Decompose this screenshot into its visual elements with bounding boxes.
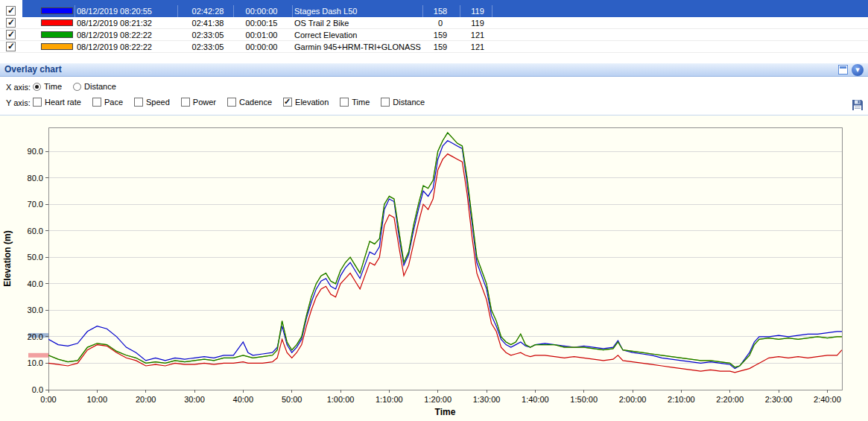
- option-label: Time: [44, 82, 62, 91]
- row-name: Garmin 945+HRM-TRI+GLONASS: [294, 41, 428, 53]
- x-tick-label: 1:10:00: [376, 395, 403, 404]
- column-separator: [75, 5, 75, 17]
- row-datetime: 08/12/2019 08:21:32: [77, 17, 181, 29]
- option-label: Time: [352, 98, 370, 107]
- checkbox-column: [0, 29, 22, 40]
- checkbox[interactable]: [227, 98, 236, 107]
- checkbox-column: [0, 17, 22, 28]
- option-label: Pace: [104, 98, 123, 107]
- checkbox[interactable]: [134, 98, 143, 107]
- x-axis-option-distance[interactable]: Distance: [73, 82, 116, 91]
- row-offset: 00:00:00: [235, 5, 288, 17]
- checkbox[interactable]: [340, 98, 349, 107]
- overlay-chart-area: 0:0010:0020:0030:0040:0050:001:00:001:10…: [0, 115, 868, 421]
- row-name: Correct Elevation: [294, 29, 428, 41]
- y-tick-label: 90.0: [28, 147, 43, 156]
- row-value-1: 159: [425, 29, 456, 41]
- x-tick-label: 0:00: [40, 395, 56, 404]
- checkbox-column: [0, 41, 22, 52]
- collapse-chart-button[interactable]: ▾: [852, 64, 864, 76]
- x-tick-label: 1:20:00: [424, 395, 452, 404]
- table-row[interactable]: 08/12/2019 08:20:55 02:42:28 00:00:00 St…: [0, 5, 868, 17]
- series-color-swatch: [41, 7, 73, 14]
- column-separator: [292, 5, 293, 17]
- row-value-1: 0: [425, 17, 456, 29]
- column-separator: [233, 5, 234, 17]
- radio-button[interactable]: [73, 83, 81, 91]
- floppy-disk-icon: [852, 99, 864, 111]
- row-name: OS Trail 2 Bike: [294, 17, 428, 29]
- x-tick-label: 10:00: [87, 395, 108, 404]
- y-axis-option-pace[interactable]: Pace: [92, 98, 123, 107]
- x-tick-label: 2:10:00: [668, 395, 695, 404]
- row-duration: 02:42:28: [179, 5, 237, 17]
- checkbox[interactable]: [381, 98, 390, 107]
- table-row[interactable]: 08/12/2019 08:22:22 02:33:05 00:00:00 Ga…: [0, 41, 868, 53]
- cutoff-row-selection: [22, 0, 868, 5]
- x-tick-label: 1:30:00: [473, 395, 501, 404]
- x-tick-label: 1:00:00: [327, 395, 355, 404]
- y-axis-title: Elevation (m): [2, 230, 13, 286]
- radio-button[interactable]: [33, 83, 41, 91]
- checkbox-column: [0, 5, 22, 17]
- checkbox[interactable]: [92, 98, 101, 107]
- column-separator: [177, 5, 178, 17]
- y-axis-option-speed[interactable]: Speed: [134, 98, 170, 107]
- x-tick-label: 2:30:00: [765, 395, 793, 404]
- option-label: Heart rate: [45, 98, 81, 107]
- y-tick-label: 0.0: [32, 385, 43, 394]
- row-value-2: 121: [462, 29, 493, 41]
- row-datetime: 08/12/2019 08:22:22: [77, 41, 181, 53]
- column-separator: [422, 5, 423, 17]
- x-tick-label: 20:00: [136, 395, 156, 404]
- row-duration: 02:33:05: [179, 29, 237, 41]
- chart-window-button[interactable]: [838, 65, 848, 75]
- save-chart-button[interactable]: [852, 99, 864, 111]
- row-offset: 00:00:15: [235, 17, 288, 29]
- row-duration: 02:41:38: [179, 17, 237, 29]
- checkbox[interactable]: [181, 98, 190, 107]
- y-tick-label: 80.0: [28, 174, 43, 183]
- row-offset: 00:00:00: [235, 41, 288, 53]
- y-axis-option-elevation[interactable]: Elevation: [283, 98, 329, 107]
- series-color-swatch: [41, 19, 73, 26]
- series-color-swatch: [41, 31, 73, 38]
- row-offset: 00:01:00: [235, 29, 288, 41]
- y-tick-label: 40.0: [28, 279, 43, 288]
- y-axis-option-distance[interactable]: Distance: [381, 98, 425, 107]
- row-datetime: 08/12/2019 08:22:22: [77, 29, 181, 41]
- option-label: Power: [193, 98, 216, 107]
- table-row[interactable]: 08/12/2019 08:21:32 02:41:38 00:00:15 OS…: [0, 17, 868, 29]
- x-tick-label: 1:50:00: [570, 395, 598, 404]
- option-label: Cadence: [239, 98, 272, 107]
- row-visibility-checkbox[interactable]: [6, 42, 16, 51]
- row-visibility-checkbox[interactable]: [6, 6, 16, 16]
- row-name: Stages Dash L50: [294, 5, 428, 17]
- y-axis-option-time[interactable]: Time: [340, 98, 370, 107]
- row-visibility-checkbox[interactable]: [6, 18, 16, 28]
- x-tick-label: 2:40:00: [814, 395, 841, 404]
- y-axis-option-heart-rate[interactable]: Heart rate: [33, 98, 81, 107]
- row-visibility-checkbox[interactable]: [6, 30, 16, 39]
- activity-table: 08/12/2019 08:20:55 02:42:28 00:00:00 St…: [0, 0, 868, 63]
- checkbox[interactable]: [283, 98, 292, 107]
- x-axis-title: Time: [435, 407, 456, 417]
- y-axis-option-cadence[interactable]: Cadence: [227, 98, 272, 107]
- x-tick-label: 2:20:00: [716, 395, 744, 404]
- option-label: Elevation: [295, 98, 329, 107]
- overlay-chart-title: Overlay chart: [0, 63, 868, 76]
- x-tick-label: 2:00:00: [619, 395, 647, 404]
- elevation-overlay-chart[interactable]: 0:0010:0020:0030:0040:0050:001:00:001:10…: [0, 115, 868, 421]
- x-axis-options: TimeDistance: [33, 82, 127, 92]
- y-tick-label: 10.0: [28, 358, 43, 367]
- checkbox[interactable]: [33, 98, 42, 107]
- y-tick-label: 50.0: [28, 253, 43, 262]
- option-label: Speed: [146, 98, 170, 107]
- row-datetime: 08/12/2019 08:20:55: [77, 5, 181, 17]
- x-axis-control-row: X axis: TimeDistance: [6, 82, 127, 92]
- y-axis-option-power[interactable]: Power: [181, 98, 216, 107]
- axis-value-marker: [28, 353, 48, 358]
- x-tick-label: 1:40:00: [522, 395, 549, 404]
- table-row[interactable]: 08/12/2019 08:22:22 02:33:05 00:01:00 Co…: [0, 29, 868, 41]
- x-axis-option-time[interactable]: Time: [33, 82, 62, 91]
